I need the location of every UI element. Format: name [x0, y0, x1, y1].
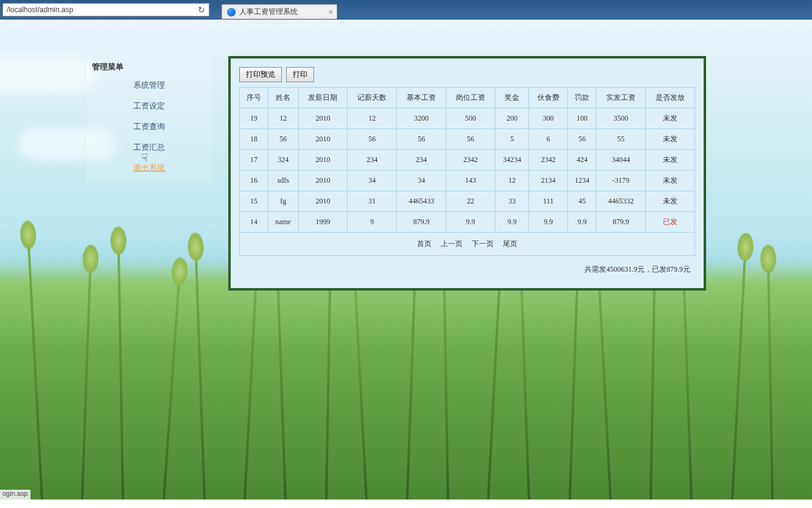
print-button[interactable]: 打印	[286, 67, 314, 82]
close-icon[interactable]: ×	[328, 7, 333, 16]
table-cell: 14	[240, 212, 268, 233]
summary-text: 共需发4500631.9元，已发879.9元	[239, 256, 695, 280]
content-area: 管理菜单 系统管理 工资设定 工资查询 工资汇总 退出系统 ☟ 打印预览 打印 …	[0, 19, 812, 499]
sidebar-item-logout[interactable]: 退出系统	[86, 158, 212, 178]
table-cell: 未发	[645, 150, 695, 171]
table-cell: fg	[268, 191, 298, 212]
table-cell: sdfs	[268, 171, 298, 191]
refresh-icon[interactable]: ↻	[198, 5, 205, 15]
tab-bar: 人事工资管理系统 ×	[222, 0, 337, 19]
table-cell: 45	[568, 191, 597, 212]
table-header: 发薪日期	[298, 88, 348, 108]
page-prev[interactable]: 上一页	[441, 239, 463, 248]
table-header: 是否发放	[645, 88, 695, 108]
table-header: 基本工资	[397, 88, 446, 108]
sidebar-item-salary-query[interactable]: 工资查询	[86, 116, 212, 137]
table-cell: 16	[240, 171, 268, 191]
table-cell: 56	[268, 129, 298, 150]
table-cell: 3500	[597, 108, 646, 129]
table-cell: 34	[348, 171, 397, 191]
table-header: 记薪天数	[348, 88, 397, 108]
table-cell: 34234	[495, 150, 529, 171]
table-cell: 已发	[645, 212, 695, 233]
table-cell: 324	[268, 150, 298, 171]
tab-title: 人事工资管理系统	[239, 7, 298, 17]
table-header: 序号	[240, 88, 268, 108]
table-cell: name	[268, 212, 298, 233]
table-header: 实发工资	[597, 88, 646, 108]
table-cell: 33	[495, 191, 529, 212]
table-cell: 1999	[298, 212, 348, 233]
table-cell: 9.9	[568, 212, 597, 233]
table-cell: 18	[240, 129, 268, 150]
table-cell: 34044	[597, 150, 646, 171]
address-bar[interactable]: /localhost/admin.asp ↻	[2, 3, 209, 16]
table-cell: 500	[446, 108, 495, 129]
table-row: 191220101232005002003001003500未发	[240, 108, 695, 129]
table-header: 罚款	[568, 88, 597, 108]
table-cell: 234	[397, 150, 446, 171]
table-cell: 12	[495, 171, 529, 191]
page-first[interactable]: 首页	[417, 239, 432, 248]
table-cell: 12	[268, 108, 298, 129]
table-cell: 9	[348, 212, 397, 233]
table-cell: 55	[597, 129, 646, 150]
table-cell: 4465332	[597, 191, 646, 212]
ie-icon	[227, 8, 236, 16]
table-cell: 9.9	[495, 212, 529, 233]
table-cell: 879.9	[397, 212, 446, 233]
browser-tab[interactable]: 人事工资管理系统 ×	[222, 4, 337, 19]
table-cell: 12	[348, 108, 397, 129]
table-cell: 111	[529, 191, 568, 212]
table-cell: 5	[495, 129, 529, 150]
table-cell: 19	[240, 108, 268, 129]
table-cell: 300	[529, 108, 568, 129]
table-cell: 17	[240, 150, 268, 171]
table-cell: 2010	[298, 171, 348, 191]
table-row: 173242010234234234234234234242434044未发	[240, 150, 695, 171]
table-cell: 143	[446, 171, 495, 191]
table-cell: 234	[348, 150, 397, 171]
table-cell: 未发	[645, 108, 695, 129]
table-row: 15fg20103144654332233111454465332未发	[240, 191, 695, 212]
table-cell: 3200	[397, 108, 446, 129]
table-row: 14name19999879.99.99.99.99.9879.9已发	[240, 212, 695, 233]
pagination-cell: 首页 上一页 下一页 尾页	[240, 233, 695, 256]
salary-table: 序号姓名发薪日期记薪天数基本工资岗位工资奖金伙食费罚款实发工资是否发放 1912…	[239, 87, 695, 256]
page-next[interactable]: 下一页	[472, 239, 494, 248]
table-cell: 56	[446, 129, 495, 150]
sidebar-item-salary-set[interactable]: 工资设定	[86, 96, 212, 116]
table-cell: 34	[397, 171, 446, 191]
table-cell: 2010	[298, 108, 348, 129]
cloud-decoration	[0, 56, 97, 93]
table-cell: 6	[529, 129, 568, 150]
table-row: 18562010565656565655未发	[240, 129, 695, 150]
table-cell: 22	[446, 191, 495, 212]
table-cell: 2010	[298, 129, 348, 150]
table-header: 岗位工资	[446, 88, 495, 108]
table-cell: 2342	[446, 150, 495, 171]
page-last[interactable]: 尾页	[503, 239, 517, 248]
menu-title: 管理菜单	[86, 59, 212, 75]
sidebar-item-system-manage[interactable]: 系统管理	[86, 75, 212, 96]
table-cell: 200	[495, 108, 529, 129]
table-cell: 100	[568, 108, 597, 129]
table-cell: 未发	[645, 191, 695, 212]
table-cell: 未发	[645, 171, 695, 191]
table-cell: 9.9	[446, 212, 495, 233]
table-header: 伙食费	[529, 88, 568, 108]
table-cell: 15	[240, 191, 268, 212]
table-cell: 424	[568, 150, 597, 171]
table-header: 姓名	[268, 88, 298, 108]
print-preview-button[interactable]: 打印预览	[239, 67, 282, 82]
table-cell: 2134	[529, 171, 568, 191]
table-cell: 2010	[298, 191, 348, 212]
table-cell: 2010	[298, 150, 348, 171]
status-bar: ogin.asp	[0, 490, 30, 499]
sidebar-item-salary-summary[interactable]: 工资汇总	[86, 137, 212, 158]
table-header: 奖金	[495, 88, 529, 108]
table-cell: 2342	[529, 150, 568, 171]
table-cell: 9.9	[529, 212, 568, 233]
table-cell: 56	[397, 129, 446, 150]
table-cell: 1234	[568, 171, 597, 191]
